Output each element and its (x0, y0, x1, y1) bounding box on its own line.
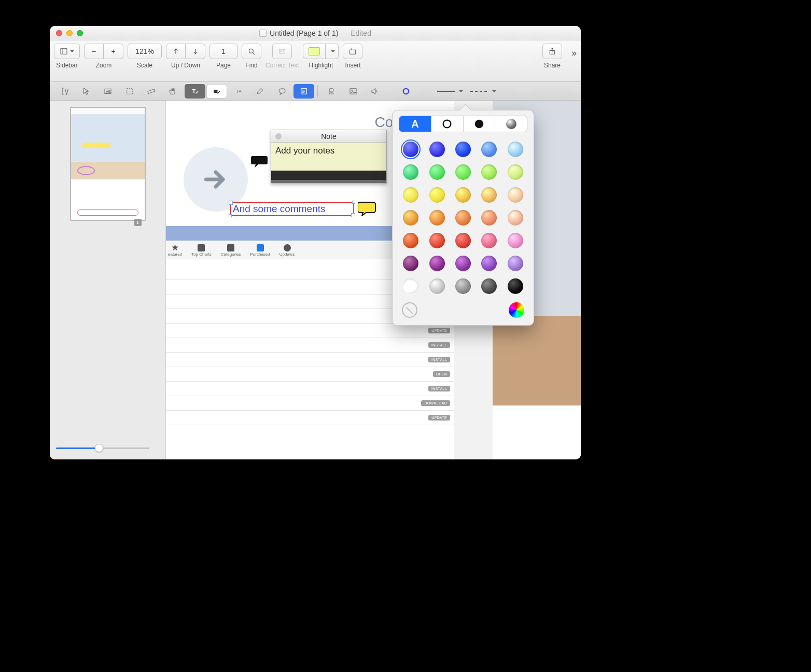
color-swatch[interactable] (481, 256, 497, 271)
color-swatch[interactable] (508, 278, 523, 294)
segment-fill-color[interactable] (464, 116, 496, 132)
thumbnail-zoom-slider[interactable] (56, 443, 149, 453)
color-swatch[interactable] (429, 164, 445, 180)
zoom-out-button[interactable]: − (84, 44, 104, 59)
text-cursor-tool[interactable] (54, 84, 75, 99)
color-swatch[interactable] (481, 233, 497, 248)
row-action-button[interactable]: OPEN (433, 371, 450, 377)
speech-annotation[interactable] (251, 155, 269, 168)
color-swatch[interactable] (508, 210, 523, 226)
image-tool[interactable] (343, 84, 363, 99)
pointer-tool[interactable] (76, 84, 96, 99)
color-swatch[interactable] (481, 187, 497, 203)
color-swatch[interactable] (481, 210, 497, 226)
find-button[interactable] (242, 44, 261, 59)
color-swatch[interactable] (429, 142, 445, 157)
color-swatch[interactable] (403, 187, 418, 203)
line-style-picker[interactable] (434, 87, 466, 95)
insert-button[interactable] (343, 44, 362, 59)
color-swatch[interactable] (455, 210, 471, 226)
row-action-button[interactable]: DOWNLOAD (421, 400, 450, 406)
text-annotation-tool[interactable]: T (185, 84, 205, 99)
ruler-tool[interactable] (141, 84, 162, 99)
color-swatch[interactable] (508, 187, 523, 203)
color-swatch[interactable] (481, 142, 497, 157)
comment-annotation[interactable]: And some comments (230, 202, 354, 216)
color-swatch[interactable] (455, 278, 471, 294)
crop-tool[interactable] (119, 84, 140, 99)
page-down-button[interactable] (186, 44, 205, 59)
highlight-button[interactable] (303, 44, 326, 59)
no-color-swatch[interactable] (402, 302, 417, 318)
color-swatch[interactable] (429, 233, 445, 248)
color-swatch[interactable] (403, 256, 418, 271)
note-body[interactable]: Add your notes (271, 143, 386, 171)
color-swatch[interactable] (429, 278, 445, 294)
row-action-button[interactable]: INSTALL (428, 357, 450, 362)
zoom-in-button[interactable]: + (104, 44, 123, 59)
toolbar-overflow-button[interactable]: » (571, 48, 577, 59)
color-swatch[interactable] (455, 142, 471, 157)
comment-bubble-annotation[interactable] (358, 201, 376, 216)
share-button[interactable] (542, 44, 562, 59)
row-action-button[interactable]: INSTALL (428, 386, 450, 391)
color-swatch[interactable] (508, 142, 523, 157)
note-tool[interactable] (293, 84, 314, 99)
segment-sphere-color[interactable] (495, 116, 527, 132)
stroke-color-button[interactable] (396, 84, 416, 99)
thumbnails-sidebar: 1 (50, 101, 166, 459)
color-swatch[interactable] (455, 233, 471, 248)
color-swatch[interactable] (508, 256, 523, 271)
highlight-menu-button[interactable] (326, 44, 339, 59)
color-swatch[interactable] (455, 256, 471, 271)
color-swatch[interactable] (403, 233, 418, 248)
color-swatch[interactable] (455, 187, 471, 203)
segment-text-color[interactable]: A (399, 116, 431, 132)
hand-tool[interactable] (163, 84, 184, 99)
window-minimize-button[interactable] (66, 30, 73, 36)
sound-tool[interactable] (365, 84, 385, 99)
color-swatch[interactable] (508, 233, 523, 248)
row-action-button[interactable]: INSTALL (428, 342, 450, 348)
scale-field[interactable]: 121% (128, 44, 162, 59)
color-swatch[interactable] (403, 142, 418, 157)
color-swatch[interactable] (481, 278, 497, 294)
correct-text-button[interactable] (272, 44, 292, 59)
color-swatch[interactable] (403, 210, 418, 226)
tab-featured[interactable]: eatured (168, 244, 182, 257)
row-action-button[interactable]: UPDATE (428, 328, 450, 333)
speech-bubble-tool[interactable] (272, 84, 292, 99)
ruler-icon (147, 87, 156, 96)
page-thumbnail[interactable]: 1 (70, 107, 146, 221)
select-text-tool[interactable]: AB (97, 84, 118, 99)
note-header[interactable]: Note (271, 130, 386, 143)
slider-knob[interactable] (95, 444, 103, 452)
note-collapse-dot[interactable] (275, 133, 282, 139)
sticky-note[interactable]: Note Add your notes (271, 130, 387, 184)
window-zoom-button[interactable] (77, 30, 83, 36)
stamp-tool[interactable] (321, 84, 342, 99)
color-swatch[interactable] (429, 187, 445, 203)
line-dash-picker[interactable] (467, 87, 499, 95)
text-style-tool[interactable]: T (228, 84, 249, 99)
color-wheel-button[interactable] (509, 302, 524, 318)
row-action-button[interactable]: UPDATE (428, 415, 450, 421)
color-swatch[interactable] (403, 278, 418, 294)
color-swatch[interactable] (508, 164, 523, 180)
highlighter-tool[interactable] (250, 84, 271, 99)
window-close-button[interactable] (56, 30, 62, 36)
segment-outline-color[interactable] (431, 116, 464, 132)
page-up-button[interactable] (166, 44, 186, 59)
sidebar-toggle-button[interactable] (54, 44, 80, 59)
tab-categories[interactable]: Categories (221, 244, 241, 257)
color-swatch[interactable] (429, 256, 445, 271)
color-swatch[interactable] (481, 164, 497, 180)
page-field[interactable]: 1 (209, 44, 237, 59)
color-swatch[interactable] (429, 210, 445, 226)
redact-tool[interactable] (206, 84, 227, 99)
color-swatch[interactable] (403, 164, 418, 180)
tab-top-charts[interactable]: Top Charts (191, 244, 212, 257)
tab-purchased[interactable]: Purchased (250, 244, 270, 257)
tab-updates[interactable]: Updates (279, 244, 295, 257)
color-swatch[interactable] (455, 164, 471, 180)
